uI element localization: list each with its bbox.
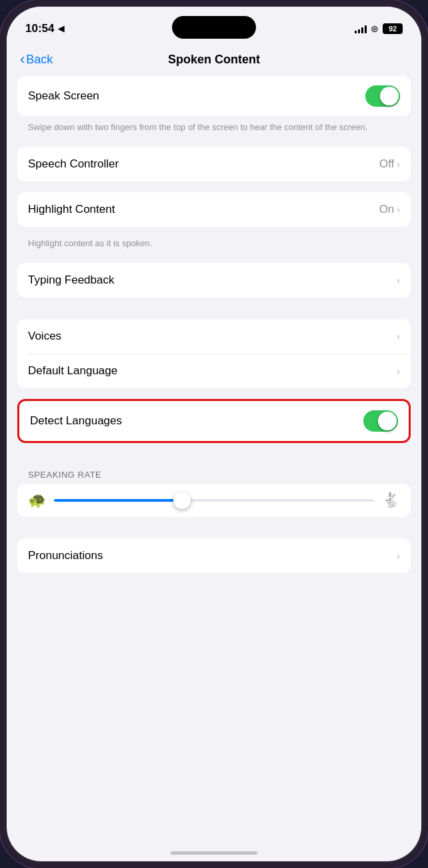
pronunciations-row[interactable]: Pronunciations ›: [17, 538, 411, 573]
home-indicator: [171, 851, 257, 855]
status-time: 10:54 ◀: [25, 22, 64, 35]
gap-7: [7, 522, 421, 538]
speaking-rate-slider-container: 🐢 🐇: [17, 484, 411, 517]
signal-bar-1: [355, 31, 357, 33]
phone-screen: 10:54 ◀ ⊛ 92 ‹ Back S: [7, 7, 421, 861]
content-area: Speak Screen Swipe down with two fingers…: [7, 76, 421, 598]
voices-row[interactable]: Voices ›: [17, 319, 411, 354]
wifi-icon: ⊛: [371, 23, 379, 34]
speech-controller-row[interactable]: Speech Controller Off ›: [17, 147, 411, 181]
gap-1: [7, 141, 421, 147]
detect-languages-label: Detect Languages: [30, 414, 122, 428]
gap-5: [7, 394, 421, 399]
turtle-icon: 🐢: [28, 492, 46, 509]
highlight-content-chevron-icon: ›: [397, 204, 400, 215]
rabbit-icon: 🐇: [382, 492, 400, 509]
signal-bar-2: [358, 29, 360, 33]
default-language-label: Default Language: [28, 364, 117, 378]
highlight-content-value: On: [379, 203, 395, 216]
speech-controller-chevron-icon: ›: [397, 159, 400, 169]
signal-bars-icon: [355, 24, 367, 33]
gap-3: [7, 258, 421, 263]
gap-4: [7, 303, 421, 319]
time-display: 10:54: [25, 22, 54, 35]
location-arrow-icon: ◀: [58, 24, 64, 33]
pronunciations-label: Pronunciations: [28, 549, 103, 562]
speak-screen-row[interactable]: Speak Screen: [17, 76, 411, 116]
battery-indicator: 92: [383, 23, 403, 34]
default-language-row[interactable]: Default Language ›: [17, 354, 411, 388]
speaking-rate-card: 🐢 🐇: [17, 484, 411, 517]
speak-screen-toggle[interactable]: [365, 85, 400, 107]
voices-right: ›: [397, 331, 400, 342]
detect-languages-toggle-knob: [378, 412, 397, 430]
battery-value: 92: [389, 25, 397, 33]
back-chevron-icon: ‹: [20, 51, 25, 68]
gap-2: [7, 187, 421, 192]
speech-controller-value: Off: [379, 157, 394, 171]
back-button[interactable]: ‹ Back: [20, 51, 53, 68]
pronunciations-card: Pronunciations ›: [17, 538, 411, 573]
typing-feedback-row[interactable]: Typing Feedback ›: [17, 263, 411, 298]
phone-frame: 10:54 ◀ ⊛ 92 ‹ Back S: [0, 0, 428, 868]
signal-bar-4: [365, 25, 367, 33]
speaking-rate-section-label: SPEAKING RATE: [7, 464, 421, 484]
speech-controller-label: Speech Controller: [28, 157, 119, 171]
speech-controller-card: Speech Controller Off ›: [17, 147, 411, 181]
speak-screen-helper: Swipe down with two fingers from the top…: [7, 116, 421, 141]
detect-languages-row[interactable]: Detect Languages: [19, 401, 409, 441]
slider-fill: [54, 499, 182, 502]
highlight-helper: Highlight content as it is spoken.: [7, 232, 421, 258]
toggle-knob: [380, 87, 399, 105]
highlight-content-card: Highlight Content On ›: [17, 192, 411, 227]
page-title: Spoken Content: [168, 53, 260, 67]
default-language-right: ›: [397, 366, 400, 376]
dynamic-island: [172, 16, 256, 39]
highlight-content-right: On ›: [379, 203, 400, 216]
voices-chevron-icon: ›: [397, 331, 400, 342]
typing-feedback-right: ›: [397, 275, 400, 286]
status-icons: ⊛ 92: [355, 23, 403, 34]
voices-language-card: Voices › Default Language ›: [17, 319, 411, 388]
pronunciations-right: ›: [397, 550, 400, 561]
typing-feedback-chevron-icon: ›: [397, 275, 400, 286]
voices-label: Voices: [28, 330, 61, 343]
detect-languages-toggle[interactable]: [363, 410, 398, 432]
highlight-content-row[interactable]: Highlight Content On ›: [17, 192, 411, 227]
gap-6: [7, 448, 421, 464]
speak-screen-label: Speak Screen: [28, 89, 99, 103]
detect-languages-highlighted-row: Detect Languages: [17, 399, 411, 443]
default-language-chevron-icon: ›: [397, 366, 400, 376]
speech-controller-right: Off ›: [379, 157, 400, 171]
typing-feedback-label: Typing Feedback: [28, 274, 114, 287]
pronunciations-chevron-icon: ›: [397, 550, 400, 561]
typing-feedback-card: Typing Feedback ›: [17, 263, 411, 298]
signal-bar-3: [361, 27, 363, 33]
highlight-content-label: Highlight Content: [28, 203, 115, 216]
navigation-bar: ‹ Back Spoken Content: [7, 45, 421, 76]
slider-thumb[interactable]: [173, 492, 191, 509]
back-button-label[interactable]: Back: [26, 53, 53, 67]
speaking-rate-slider[interactable]: [54, 499, 374, 502]
